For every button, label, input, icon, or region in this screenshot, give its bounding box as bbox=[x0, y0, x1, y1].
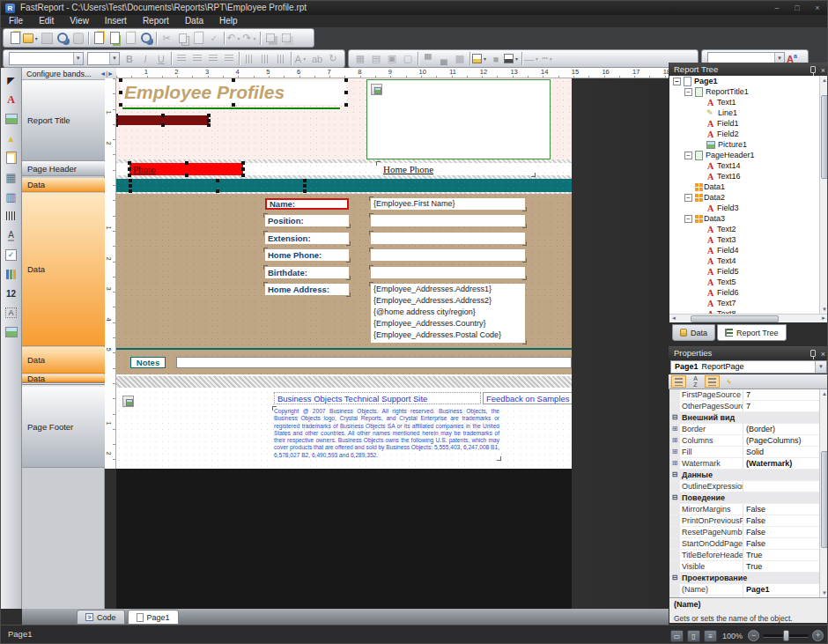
band-label-data[interactable]: Data bbox=[22, 193, 105, 346]
tree-item-line1[interactable]: ✎Line1 bbox=[669, 107, 828, 118]
property-row[interactable]: ⊟Проектирование bbox=[669, 573, 828, 584]
events-view-icon[interactable]: ϟ bbox=[721, 375, 736, 388]
notes-text-object[interactable] bbox=[176, 357, 572, 368]
property-value[interactable]: Page1 bbox=[743, 584, 828, 595]
row-gutter[interactable]: ⊟ bbox=[669, 470, 680, 480]
scroll-down-icon[interactable]: ▼ bbox=[820, 588, 828, 597]
minimize-button[interactable]: – bbox=[767, 2, 787, 14]
cut-icon[interactable] bbox=[159, 31, 174, 45]
shape-object-icon[interactable] bbox=[3, 129, 20, 148]
report-tree-vscrollbar[interactable]: ▲ ▼ bbox=[819, 76, 828, 314]
line-style-icon[interactable]: ┅▾ bbox=[540, 52, 556, 66]
property-row[interactable]: OutlineExpression bbox=[669, 481, 828, 492]
property-row[interactable]: ⊞Watermark(Watermark) bbox=[669, 458, 828, 470]
border-inside-icon[interactable]: ▤ bbox=[368, 52, 384, 66]
property-row[interactable]: ⊟Поведение bbox=[669, 492, 828, 504]
menu-data[interactable]: Data bbox=[177, 15, 211, 27]
report-title-text-object[interactable]: Employee Profiles bbox=[121, 80, 346, 105]
selection-handle[interactable] bbox=[116, 123, 118, 127]
text-object-icon[interactable] bbox=[3, 90, 20, 109]
pin-icon[interactable] bbox=[810, 66, 816, 73]
teal-line-object[interactable] bbox=[116, 348, 572, 350]
notes-label-object[interactable]: Notes bbox=[130, 357, 166, 368]
line-width-icon[interactable]: —▾ bbox=[524, 52, 540, 66]
tab-data[interactable]: Data bbox=[672, 324, 715, 341]
selection-handle[interactable] bbox=[185, 161, 189, 165]
band-label-data[interactable]: Data bbox=[22, 374, 105, 382]
selection-handle[interactable] bbox=[161, 114, 165, 117]
font-size-combo[interactable]: ▼ bbox=[87, 52, 120, 65]
tree-item-field2[interactable]: AField2 bbox=[669, 129, 828, 139]
valign-center-icon[interactable] bbox=[257, 52, 273, 66]
selection-handle[interactable] bbox=[128, 161, 131, 165]
subreport-object-icon[interactable] bbox=[3, 148, 20, 167]
fill-color-icon[interactable]: ▾ bbox=[472, 52, 488, 66]
tree-expander-icon[interactable]: − bbox=[684, 88, 692, 96]
property-value[interactable]: Solid bbox=[743, 447, 828, 457]
green-line-object[interactable] bbox=[122, 107, 340, 109]
single-page-view-icon[interactable]: ▭ bbox=[670, 630, 684, 642]
chevron-down-icon[interactable]: ▼ bbox=[109, 53, 119, 64]
property-row[interactable]: OtherPagesSource7 bbox=[669, 401, 828, 412]
field-value-object[interactable] bbox=[371, 249, 525, 261]
field-value-object[interactable]: {Employee.First Name} bbox=[371, 198, 525, 210]
zoom-out-icon[interactable]: − bbox=[748, 630, 759, 641]
cellular-text-object-icon[interactable] bbox=[3, 284, 20, 303]
facing-pages-view-icon[interactable]: ▯ bbox=[687, 630, 700, 642]
row-gutter[interactable]: ⊞ bbox=[669, 435, 680, 446]
dropdown-arrow-icon[interactable]: ▾ bbox=[252, 35, 258, 41]
undo-icon[interactable]: ▾ bbox=[226, 31, 242, 45]
object-selector-combo[interactable]: Page1ReportPage ▼ bbox=[670, 360, 827, 374]
valign-top-icon[interactable] bbox=[241, 52, 257, 66]
selection-handle[interactable] bbox=[116, 114, 118, 117]
barcode-object-icon[interactable] bbox=[3, 206, 20, 226]
tree-item-text2[interactable]: AText2 bbox=[669, 224, 828, 234]
selection-handle[interactable] bbox=[303, 189, 307, 193]
tree-expander-icon[interactable]: − bbox=[684, 215, 692, 223]
field-label-object[interactable]: Position: bbox=[265, 215, 349, 226]
property-row[interactable]: PrintOnPreviousPageFalse bbox=[669, 515, 828, 527]
property-value[interactable]: False bbox=[743, 504, 828, 514]
tree-item-picture1[interactable]: Picture1 bbox=[669, 139, 828, 150]
scroll-thumb[interactable] bbox=[691, 315, 779, 322]
tree-item-text1[interactable]: AText1 bbox=[669, 97, 828, 107]
property-row[interactable]: MirrorMarginsFalse bbox=[669, 504, 828, 515]
tree-expander-icon[interactable]: − bbox=[684, 194, 692, 202]
tree-item-text16[interactable]: AText16 bbox=[669, 171, 828, 181]
properties-view-icon[interactable] bbox=[705, 375, 720, 388]
selection-handle[interactable] bbox=[303, 184, 307, 188]
tree-item-field6[interactable]: AField6 bbox=[669, 287, 828, 298]
selected-empty-text-object[interactable] bbox=[130, 181, 305, 191]
doc-tab-page1[interactable]: Page1 bbox=[128, 610, 179, 625]
property-value[interactable]: False bbox=[743, 538, 828, 549]
band-label-data[interactable]: Data bbox=[22, 347, 105, 374]
field-label-object[interactable]: Home Phone: bbox=[265, 249, 349, 261]
selection-handle[interactable] bbox=[119, 103, 122, 107]
property-value[interactable]: True bbox=[743, 561, 828, 572]
align-center-icon[interactable] bbox=[189, 52, 205, 66]
bold-icon[interactable]: B bbox=[122, 52, 137, 66]
selection-handle[interactable] bbox=[119, 78, 122, 82]
selection-handle[interactable] bbox=[207, 123, 211, 127]
chevron-down-icon[interactable]: ▼ bbox=[73, 53, 83, 64]
dropdown-arrow-icon[interactable]: ▾ bbox=[534, 56, 540, 62]
property-row[interactable]: VisibleTrue bbox=[669, 561, 828, 573]
line-color-icon[interactable]: ▾ bbox=[504, 52, 520, 66]
menu-file[interactable]: File bbox=[1, 15, 31, 27]
border-none-icon[interactable]: ▢ bbox=[400, 52, 416, 66]
property-row[interactable]: TitleBeforeHeaderTrue bbox=[669, 550, 828, 561]
border-bottom-icon[interactable]: ▄ bbox=[436, 52, 452, 66]
tree-item-field5[interactable]: AField5 bbox=[669, 266, 828, 277]
row-gutter[interactable]: ⊞ bbox=[669, 458, 680, 469]
open-icon[interactable]: ▾ bbox=[23, 31, 39, 45]
zoom-slider-thumb[interactable] bbox=[783, 630, 789, 641]
row-gutter[interactable]: ⊟ bbox=[669, 492, 680, 503]
database-icon[interactable] bbox=[70, 31, 86, 45]
property-row[interactable]: FirstPageSource7 bbox=[669, 389, 828, 401]
home-address-value-object[interactable]: {Employee_Addresses.Address1}{Employee_A… bbox=[371, 284, 525, 343]
field-value-object[interactable] bbox=[371, 267, 525, 278]
property-value[interactable]: True bbox=[743, 550, 828, 560]
field-value-object[interactable] bbox=[371, 215, 525, 226]
fill-style-icon[interactable]: ■ bbox=[488, 52, 504, 66]
selection-handle[interactable] bbox=[161, 123, 165, 127]
